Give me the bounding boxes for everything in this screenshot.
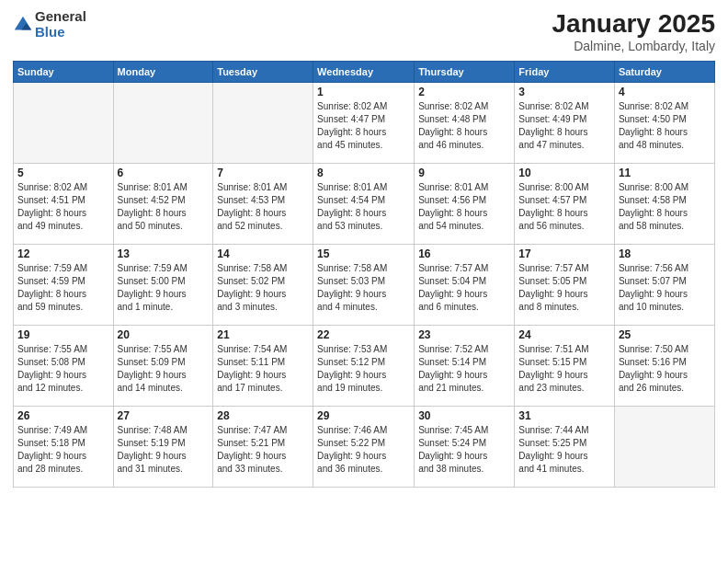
day-info: Sunrise: 7:49 AM Sunset: 5:18 PM Dayligh… [17,424,109,476]
calendar-cell: 6Sunrise: 8:01 AM Sunset: 4:52 PM Daylig… [113,164,213,245]
day-number: 16 [418,247,510,260]
calendar-cell: 20Sunrise: 7:55 AM Sunset: 5:09 PM Dayli… [113,326,213,407]
day-info: Sunrise: 8:01 AM Sunset: 4:52 PM Dayligh… [118,181,210,233]
day-info: Sunrise: 8:02 AM Sunset: 4:49 PM Dayligh… [518,100,610,152]
calendar-cell: 11Sunrise: 8:00 AM Sunset: 4:58 PM Dayli… [614,164,714,245]
calendar-cell: 4Sunrise: 8:02 AM Sunset: 4:50 PM Daylig… [614,83,714,164]
day-info: Sunrise: 7:53 AM Sunset: 5:12 PM Dayligh… [317,343,410,395]
day-info: Sunrise: 7:55 AM Sunset: 5:08 PM Dayligh… [17,343,109,395]
day-number: 8 [317,167,410,179]
location: Dalmine, Lombardy, Italy [552,39,715,53]
calendar-cell: 10Sunrise: 8:00 AM Sunset: 4:57 PM Dayli… [515,164,615,245]
calendar-cell: 1Sunrise: 8:02 AM Sunset: 4:47 PM Daylig… [313,83,415,164]
calendar-cell: 15Sunrise: 7:58 AM Sunset: 5:03 PM Dayli… [313,245,415,326]
calendar: Sunday Monday Tuesday Wednesday Thursday… [13,61,715,488]
calendar-cell: 29Sunrise: 7:46 AM Sunset: 5:22 PM Dayli… [313,407,415,488]
calendar-cell: 17Sunrise: 7:57 AM Sunset: 5:05 PM Dayli… [515,245,615,326]
calendar-cell [614,407,714,488]
day-number: 1 [317,86,410,98]
day-number: 23 [418,328,510,341]
calendar-header: Sunday Monday Tuesday Wednesday Thursday… [14,62,715,83]
day-number: 4 [619,86,711,98]
day-number: 30 [418,409,510,422]
calendar-week-3: 12Sunrise: 7:59 AM Sunset: 4:59 PM Dayli… [14,245,715,326]
calendar-cell: 18Sunrise: 7:56 AM Sunset: 5:07 PM Dayli… [614,245,714,326]
logo-general: General [35,8,86,24]
logo-icon [13,15,33,35]
calendar-cell [14,83,114,164]
day-info: Sunrise: 7:48 AM Sunset: 5:19 PM Dayligh… [118,424,210,476]
calendar-cell: 22Sunrise: 7:53 AM Sunset: 5:12 PM Dayli… [313,326,415,407]
day-info: Sunrise: 8:00 AM Sunset: 4:58 PM Dayligh… [619,181,711,233]
calendar-cell [113,83,213,164]
weekday-thursday: Thursday [415,62,515,83]
weekday-tuesday: Tuesday [213,62,313,83]
calendar-cell: 23Sunrise: 7:52 AM Sunset: 5:14 PM Dayli… [415,326,515,407]
day-info: Sunrise: 8:02 AM Sunset: 4:51 PM Dayligh… [17,181,109,233]
header: General Blue January 2025 Dalmine, Lomba… [13,9,715,53]
day-number: 19 [17,328,109,341]
day-info: Sunrise: 7:55 AM Sunset: 5:09 PM Dayligh… [118,343,210,395]
calendar-cell: 14Sunrise: 7:58 AM Sunset: 5:02 PM Dayli… [213,245,313,326]
calendar-cell: 21Sunrise: 7:54 AM Sunset: 5:11 PM Dayli… [213,326,313,407]
calendar-cell: 27Sunrise: 7:48 AM Sunset: 5:19 PM Dayli… [113,407,213,488]
day-number: 5 [17,167,109,179]
day-info: Sunrise: 8:01 AM Sunset: 4:54 PM Dayligh… [317,181,410,233]
day-number: 3 [518,86,610,98]
day-number: 24 [518,328,610,341]
day-info: Sunrise: 7:58 AM Sunset: 5:03 PM Dayligh… [317,262,410,314]
weekday-saturday: Saturday [614,62,714,83]
calendar-cell: 30Sunrise: 7:45 AM Sunset: 5:24 PM Dayli… [415,407,515,488]
day-info: Sunrise: 7:44 AM Sunset: 5:25 PM Dayligh… [518,424,610,476]
weekday-monday: Monday [113,62,213,83]
month-title: January 2025 [552,9,715,39]
weekday-friday: Friday [515,62,615,83]
day-info: Sunrise: 7:46 AM Sunset: 5:22 PM Dayligh… [317,424,410,476]
calendar-body: 1Sunrise: 8:02 AM Sunset: 4:47 PM Daylig… [14,83,715,488]
day-info: Sunrise: 7:47 AM Sunset: 5:21 PM Dayligh… [217,424,309,476]
day-number: 18 [619,247,711,260]
calendar-cell: 12Sunrise: 7:59 AM Sunset: 4:59 PM Dayli… [14,245,114,326]
day-number: 14 [217,247,309,260]
calendar-cell: 19Sunrise: 7:55 AM Sunset: 5:08 PM Dayli… [14,326,114,407]
day-number: 17 [518,247,610,260]
calendar-week-1: 1Sunrise: 8:02 AM Sunset: 4:47 PM Daylig… [14,83,715,164]
day-info: Sunrise: 7:56 AM Sunset: 5:07 PM Dayligh… [619,262,711,314]
day-number: 25 [619,328,711,341]
day-info: Sunrise: 7:51 AM Sunset: 5:15 PM Dayligh… [518,343,610,395]
calendar-cell: 9Sunrise: 8:01 AM Sunset: 4:56 PM Daylig… [415,164,515,245]
calendar-week-5: 26Sunrise: 7:49 AM Sunset: 5:18 PM Dayli… [14,407,715,488]
day-number: 13 [118,247,210,260]
title-block: January 2025 Dalmine, Lombardy, Italy [552,9,715,53]
day-info: Sunrise: 7:59 AM Sunset: 5:00 PM Dayligh… [118,262,210,314]
calendar-cell: 3Sunrise: 8:02 AM Sunset: 4:49 PM Daylig… [515,83,615,164]
weekday-wednesday: Wednesday [313,62,415,83]
day-info: Sunrise: 7:54 AM Sunset: 5:11 PM Dayligh… [217,343,309,395]
day-number: 20 [118,328,210,341]
day-number: 28 [217,409,309,422]
calendar-cell: 16Sunrise: 7:57 AM Sunset: 5:04 PM Dayli… [415,245,515,326]
day-number: 7 [217,167,309,179]
day-info: Sunrise: 8:02 AM Sunset: 4:47 PM Dayligh… [317,100,410,152]
day-number: 26 [17,409,109,422]
calendar-cell: 26Sunrise: 7:49 AM Sunset: 5:18 PM Dayli… [14,407,114,488]
day-number: 21 [217,328,309,341]
day-number: 11 [619,167,711,179]
calendar-cell: 31Sunrise: 7:44 AM Sunset: 5:25 PM Dayli… [515,407,615,488]
calendar-week-4: 19Sunrise: 7:55 AM Sunset: 5:08 PM Dayli… [14,326,715,407]
calendar-cell: 25Sunrise: 7:50 AM Sunset: 5:16 PM Dayli… [614,326,714,407]
day-info: Sunrise: 8:00 AM Sunset: 4:57 PM Dayligh… [518,181,610,233]
calendar-week-2: 5Sunrise: 8:02 AM Sunset: 4:51 PM Daylig… [14,164,715,245]
calendar-cell: 7Sunrise: 8:01 AM Sunset: 4:53 PM Daylig… [213,164,313,245]
calendar-cell: 13Sunrise: 7:59 AM Sunset: 5:00 PM Dayli… [113,245,213,326]
day-number: 2 [418,86,510,98]
day-number: 29 [317,409,410,422]
day-info: Sunrise: 7:57 AM Sunset: 5:04 PM Dayligh… [418,262,510,314]
logo-text: General Blue [35,9,86,40]
day-number: 27 [118,409,210,422]
calendar-cell: 5Sunrise: 8:02 AM Sunset: 4:51 PM Daylig… [14,164,114,245]
day-info: Sunrise: 7:45 AM Sunset: 5:24 PM Dayligh… [418,424,510,476]
day-number: 31 [518,409,610,422]
day-number: 6 [118,167,210,179]
calendar-cell: 2Sunrise: 8:02 AM Sunset: 4:48 PM Daylig… [415,83,515,164]
